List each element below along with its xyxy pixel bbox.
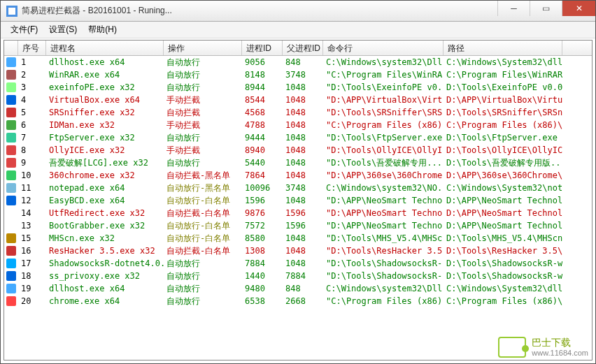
watermark-url: www.11684.com	[532, 349, 588, 357]
table-row[interactable]: 19dllhost.exe x64自动放行9480848C:\Windows\s…	[4, 282, 592, 295]
cell-pid: 8940	[242, 144, 283, 156]
cell-name: SRSniffer.exe x32	[46, 106, 164, 119]
cell-name: BootGrabber.exe x32	[46, 219, 164, 232]
process-icon	[4, 81, 18, 94]
cell-op: 自动拦截-白名单	[164, 245, 242, 257]
cell-name: exeinfoPE.exe x32	[46, 81, 164, 94]
table-row[interactable]: 16ResHacker 3.5.exe x32自动拦截-白名单13081048"…	[4, 245, 592, 257]
th-seq[interactable]: 序号	[18, 41, 46, 55]
titlebar[interactable]: 简易进程拦截器 - B20161001 - Runing... ─ ▭ ✕	[1, 1, 595, 22]
cell-cmd: "D:\Tools\吾爱破解专用...	[323, 156, 444, 169]
table-row[interactable]: 3exeinfoPE.exe x32自动放行89441048"D:\Tools\…	[4, 81, 592, 94]
table-row[interactable]: 5SRSniffer.exe x32自动拦截45681048"D:\Tools\…	[4, 106, 592, 119]
cell-seq: 20	[18, 295, 46, 307]
cell-cmd: "D:\Tools\ShadowsocksR-...	[323, 257, 444, 270]
process-icon	[4, 119, 18, 131]
cell-cmd: "D:\Tools\FtpServer.exe"	[323, 131, 444, 144]
cell-ppid: 1048	[283, 245, 323, 257]
cell-name: FtpServer.exe x32	[46, 131, 164, 144]
svg-rect-21	[6, 296, 16, 306]
cell-pid: 4788	[242, 119, 283, 131]
cell-pid: 10096	[242, 182, 283, 194]
cell-seq: 1	[18, 56, 46, 68]
cell-cmd: "D:\APP\NeoSmart Techno...	[323, 194, 444, 207]
cell-path: D:\APP\NeoSmart Technol...	[444, 219, 562, 232]
table-row[interactable]: 1dllhost.exe x64自动放行9056848C:\Windows\sy…	[4, 56, 592, 68]
th-op[interactable]: 操作	[164, 41, 242, 55]
table-row[interactable]: 8OllyICE.exe x32手动拦截89401048"D:\Tools\Ol…	[4, 144, 592, 156]
th-path[interactable]: 路径	[444, 41, 562, 55]
close-button[interactable]: ✕	[562, 1, 595, 16]
cell-seq: 6	[18, 119, 46, 131]
table-row[interactable]: 12EasyBCD.exe x64自动放行-白名单15961048"D:\APP…	[4, 194, 592, 207]
maximize-button[interactable]: ▭	[530, 1, 562, 16]
menu-settings[interactable]: 设置(S)	[43, 22, 83, 38]
process-icon	[4, 295, 18, 307]
table-row[interactable]: 6IDMan.exe x32手动拦截47881048"C:\Program Fi…	[4, 119, 592, 131]
table-row[interactable]: 9吾爱破解[LCG].exe x32自动放行54401048"D:\Tools\…	[4, 156, 592, 169]
cell-seq: 10	[18, 169, 46, 182]
cell-seq: 15	[18, 232, 46, 245]
cell-path: C:\Program Files (x86)\...	[444, 119, 562, 131]
cell-op: 手动拦截	[164, 119, 242, 131]
cell-cmd: "C:\Program Files\WinRA...	[323, 68, 444, 81]
cell-pid: 8148	[242, 68, 283, 81]
cell-path: D:\Tools\FtpServer.exe	[444, 131, 562, 144]
menu-help[interactable]: 帮助(H)	[83, 22, 122, 38]
th-ppid[interactable]: 父进程ID	[283, 41, 323, 55]
table-row[interactable]: 15MHScn.exe x32自动放行-白名单85801048"D:\Tools…	[4, 232, 592, 245]
cell-pid: 4568	[242, 106, 283, 119]
svg-rect-19	[6, 271, 16, 281]
th-cmd[interactable]: 命令行	[323, 41, 444, 55]
table-row[interactable]: 18ss_privoxy.exe x32自动放行14407884"D:\Tool…	[4, 270, 592, 282]
cell-op: 自动放行	[164, 295, 242, 307]
cell-ppid: 1048	[283, 232, 323, 245]
cell-pid: 8944	[242, 81, 283, 94]
cell-op: 自动放行	[164, 156, 242, 169]
svg-rect-12	[6, 183, 16, 193]
svg-rect-18	[6, 259, 16, 268]
th-pid[interactable]: 进程ID	[242, 41, 283, 55]
table-row[interactable]: 20chrome.exe x64自动放行65382668"C:\Program …	[4, 295, 592, 307]
cell-pid: 9056	[242, 56, 283, 68]
cell-op: 自动拦截-黑名单	[164, 169, 242, 182]
cell-path: D:\Tools\SRSniffer\SRSn...	[444, 106, 562, 119]
table-row[interactable]: 4VirtualBox.exe x64手动拦截85441048"D:\APP\V…	[4, 94, 592, 106]
cell-name: WinRAR.exe x64	[46, 68, 164, 81]
cell-seq: 11	[18, 182, 46, 194]
cell-cmd: "D:\Tools\SRSniffer\SRS...	[323, 106, 444, 119]
svg-rect-6	[6, 108, 16, 117]
cell-ppid: 1596	[283, 219, 323, 232]
process-icon	[4, 131, 18, 144]
app-window: 简易进程拦截器 - B20161001 - Runing... ─ ▭ ✕ 文件…	[0, 0, 596, 364]
cell-ppid: 3748	[283, 182, 323, 194]
minimize-button[interactable]: ─	[497, 1, 530, 16]
menu-file[interactable]: 文件(F)	[5, 22, 43, 38]
table-row[interactable]: 17ShadowsocksR-dotnet4.0...自动放行78841048"…	[4, 257, 592, 270]
cell-ppid: 1048	[283, 144, 323, 156]
svg-rect-15	[6, 221, 16, 231]
cell-op: 自动放行	[164, 81, 242, 94]
table-row[interactable]: 7FtpServer.exe x32自动放行94441048"D:\Tools\…	[4, 131, 592, 144]
process-icon	[4, 232, 18, 245]
cell-name: IDMan.exe x32	[46, 119, 164, 131]
table-row[interactable]: 2WinRAR.exe x64自动放行81483748"C:\Program F…	[4, 68, 592, 81]
process-icon	[4, 94, 18, 106]
cell-op: 手动拦截	[164, 144, 242, 156]
cell-cmd: "D:\Tools\ExeinfoPE v0...	[323, 81, 444, 94]
table-row[interactable]: 10360chrome.exe x32自动拦截-黑名单78641048"D:\A…	[4, 169, 592, 182]
process-icon	[4, 169, 18, 182]
th-name[interactable]: 进程名	[46, 41, 164, 55]
cell-op: 自动放行	[164, 56, 242, 68]
th-icon[interactable]	[4, 41, 18, 55]
table-row[interactable]: 13BootGrabber.exe x32自动放行-白名单75721596"D:…	[4, 219, 592, 232]
cell-path: D:\Tools\OllyICE\OllyIC...	[444, 144, 562, 156]
cell-path: C:\Windows\System32\dll...	[444, 56, 562, 68]
cell-seq: 5	[18, 106, 46, 119]
cell-seq: 16	[18, 245, 46, 257]
cell-pid: 8580	[242, 232, 283, 245]
cell-pid: 1440	[242, 270, 283, 282]
table-row[interactable]: 14UtfRedirect.exe x32自动拦截-白名单98761596"D:…	[4, 207, 592, 219]
process-icon	[4, 156, 18, 169]
table-row[interactable]: 11notepad.exe x64自动放行-黑名单100963748C:\Win…	[4, 182, 592, 194]
